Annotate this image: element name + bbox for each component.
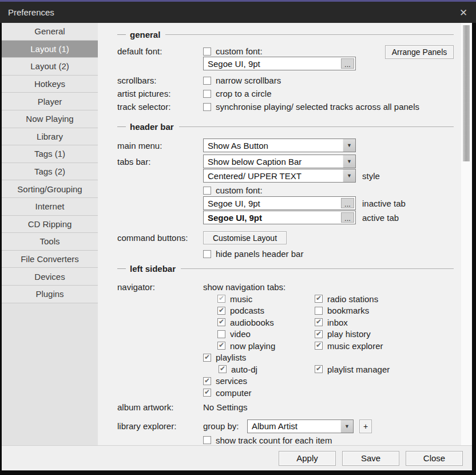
nav-tab-podcasts-checkbox[interactable]: podcasts — [217, 306, 264, 315]
track-selector-row: track selector: synchronise playing/ sel… — [117, 102, 454, 112]
apply-button[interactable]: Apply — [279, 451, 336, 466]
chevron-down-icon[interactable]: ▼ — [340, 420, 353, 433]
nav-tab-play-history-checkbox[interactable]: play history — [315, 329, 371, 339]
footer-bar: Apply Save Close — [2, 445, 472, 470]
section-rule — [179, 126, 454, 127]
sidebar-item-hotkeys[interactable]: Hotkeys — [2, 76, 98, 93]
sidebar-item-tags-1[interactable]: Tags (1) — [2, 145, 98, 163]
checkbox-box — [217, 330, 225, 338]
custom-font-checkbox[interactable]: custom font: — [203, 46, 263, 56]
checkbox-box — [203, 77, 211, 85]
nav-tab-bookmarks-checkbox[interactable]: bookmarks — [315, 306, 369, 315]
font-browse-button[interactable]: ... — [341, 212, 354, 223]
group-by-select[interactable]: Album Artist ▼ — [247, 419, 354, 433]
close-icon[interactable]: ✕ — [457, 6, 470, 20]
sidebar-item-sorting-grouping[interactable]: Sorting/Grouping — [2, 180, 98, 198]
sidebar-item-devices[interactable]: Devices — [2, 268, 98, 286]
nav-tab-radio-stations-checkbox[interactable]: radio stations — [315, 294, 378, 304]
category-sidebar: General Layout (1) Layout (2) Hotkeys Pl… — [2, 23, 98, 445]
nav-tab-now-playing-checkbox[interactable]: now playing — [217, 341, 275, 351]
sidebar-item-player[interactable]: Player — [2, 93, 98, 110]
main-row: General Layout (1) Layout (2) Hotkeys Pl… — [2, 23, 472, 445]
default-font-input[interactable]: Segoe UI, 9pt ... — [203, 57, 356, 70]
tabs-style-row: Centered/ UPPER TEXT ▼ style — [117, 169, 454, 183]
nav-tab-playlist-manager-checkbox[interactable]: playlist manager — [315, 365, 390, 374]
checkbox-box — [203, 436, 211, 444]
chevron-down-icon[interactable]: ▼ — [343, 155, 355, 168]
scrollbars-row: scrollbars: narrow scrollbars — [117, 76, 454, 85]
album-artwork-value: No Settings — [203, 402, 248, 412]
library-explorer-label: library explorer: — [117, 421, 203, 431]
tabs-custom-font-checkbox[interactable]: custom font: — [203, 185, 263, 195]
nav-tab-music-checkbox[interactable]: music — [217, 294, 252, 304]
hide-panels-row: hide panels header bar — [117, 249, 454, 259]
nav-tab-video-checkbox[interactable]: video — [217, 329, 251, 339]
hide-panels-checkbox[interactable]: hide panels header bar — [203, 249, 303, 259]
title-bar: Preferences ✕ — [0, 0, 476, 23]
main-menu-row: main menu: Show As Button ▼ — [117, 138, 454, 152]
sidebar-item-tools[interactable]: Tools — [2, 233, 98, 251]
close-button[interactable]: Close — [406, 451, 463, 466]
sidebar-item-file-converters[interactable]: File Converters — [2, 251, 98, 268]
sidebar-item-layout-2[interactable]: Layout (2) — [2, 58, 98, 76]
sidebar-item-layout-1[interactable]: Layout (1) — [2, 41, 98, 58]
track-selector-label: track selector: — [117, 102, 203, 112]
navigator-row: navigator: show navigation tabs: — [117, 282, 454, 292]
dialog-body: General Layout (1) Layout (2) Hotkeys Pl… — [2, 23, 472, 470]
nav-tab-audiobooks-checkbox[interactable]: audiobooks — [217, 318, 274, 327]
tabs-position-select[interactable]: Show below Caption Bar ▼ — [203, 155, 356, 168]
nav-tab-inbox-checkbox[interactable]: inbox — [315, 318, 348, 327]
add-group-button[interactable]: + — [359, 419, 372, 433]
tabs-style-select[interactable]: Centered/ UPPER TEXT ▼ — [203, 169, 356, 183]
font-browse-button[interactable]: ... — [341, 58, 354, 69]
checkbox-box — [315, 318, 323, 326]
inactive-tab-font-row: Segoe UI, 9pt ... inactive tab — [117, 196, 454, 210]
tabs-custom-font-row: custom font: — [117, 185, 454, 195]
checkbox-box — [203, 250, 211, 258]
arrange-panels-button[interactable]: Arrange Panels — [385, 45, 454, 59]
nav-tab-playlists-checkbox[interactable]: playlists — [203, 353, 246, 362]
sidebar-item-library[interactable]: Library — [2, 128, 98, 146]
main-menu-label: main menu: — [117, 141, 203, 151]
section-dash — [117, 268, 126, 269]
active-tab-font-row: Segoe UI, 9pt ... active tab — [117, 211, 454, 224]
main-menu-select[interactable]: Show As Button ▼ — [203, 138, 356, 152]
save-button[interactable]: Save — [342, 451, 399, 466]
preferences-window: Preferences ✕ General Layout (1) Layout … — [0, 0, 476, 475]
group-by-label: group by: — [203, 421, 247, 431]
nav-tab-music-explorer-checkbox[interactable]: music explorer — [315, 341, 383, 351]
section-dash — [117, 126, 126, 127]
checkbox-box — [217, 342, 225, 350]
sidebar-item-general[interactable]: General — [2, 23, 98, 41]
sidebar-item-internet[interactable]: Internet — [2, 198, 98, 216]
narrow-scrollbars-checkbox[interactable]: narrow scrollbars — [203, 76, 281, 85]
nav-tab-services-checkbox[interactable]: services — [203, 376, 247, 386]
checkbox-box — [315, 342, 323, 350]
sidebar-item-now-playing[interactable]: Now Playing — [2, 110, 98, 128]
sidebar-item-plugins[interactable]: Plugins — [2, 286, 98, 303]
navigation-tabs-grid: music radio stations podcasts bookmarks … — [203, 293, 454, 399]
command-buttons-row: command buttons: Customise Layout — [117, 231, 454, 244]
active-tab-font-input[interactable]: Segoe UI, 9pt ... — [203, 211, 356, 224]
font-browse-button[interactable]: ... — [341, 198, 354, 208]
crop-circle-checkbox[interactable]: crop to a circle — [203, 89, 272, 98]
nav-tab-computer-checkbox[interactable]: computer — [203, 388, 252, 398]
nav-tab-auto-dj-checkbox[interactable]: auto-dj — [219, 365, 257, 374]
chevron-down-icon[interactable]: ▼ — [343, 169, 355, 182]
sync-tracks-checkbox[interactable]: synchronise playing/ selected tracks acr… — [203, 102, 419, 112]
vertical-scrollbar[interactable] — [461, 23, 472, 445]
inactive-tab-font-input[interactable]: Segoe UI, 9pt ... — [203, 196, 356, 210]
checkbox-box — [217, 318, 225, 326]
checkbox-box — [315, 295, 323, 303]
section-header-bar: header bar — [117, 122, 454, 132]
chevron-down-icon[interactable]: ▼ — [343, 139, 355, 152]
track-count-checkbox[interactable]: show track count for each item — [203, 436, 332, 445]
section-rule — [181, 268, 454, 269]
checkbox-box — [203, 103, 211, 111]
track-count-row: show track count for each item — [117, 436, 454, 445]
scrollbar-thumb[interactable] — [463, 25, 470, 161]
customise-layout-button[interactable]: Customise Layout — [203, 231, 287, 244]
sidebar-item-cd-ripping[interactable]: CD Ripping — [2, 216, 98, 233]
checkbox-box — [219, 365, 227, 373]
sidebar-item-tags-2[interactable]: Tags (2) — [2, 163, 98, 181]
